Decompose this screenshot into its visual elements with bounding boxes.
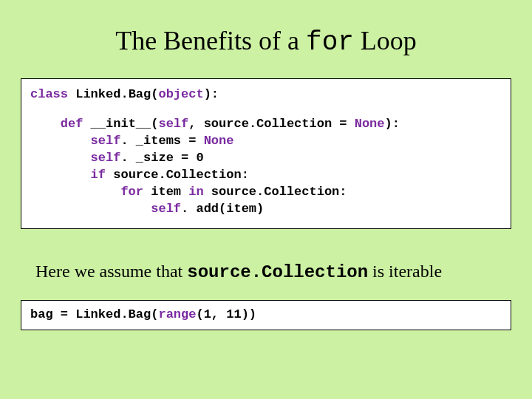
code-kw-self: self [30,151,120,165]
code-kw-object: object [158,87,203,101]
code-kw-if: if [30,168,106,182]
code-kw-range: range [158,307,196,321]
code-text: __init__( [83,117,158,131]
code-text: . _items = [120,134,203,148]
caption-mono: source.Collection [187,262,368,282]
code-kw-none: None [355,117,385,131]
caption-post: is iterable [368,262,442,281]
title-keyword: for [306,27,354,58]
code-text: , source.Collection = [188,117,354,131]
code-kw-for: for [30,185,143,199]
code-text: (1, 11)) [196,307,256,321]
slide-title: The Benefits of a for Loop [0,25,532,58]
code-text: item [143,185,188,199]
code-kw-in: in [188,185,203,199]
code-kw-none: None [204,134,234,148]
code-block-main: class Linked.Bag(object): def __init__(s… [21,78,511,229]
code-text: . add(item) [181,202,264,216]
caption-text: Here we assume that source.Collection is… [35,262,497,282]
code-text: . _size = 0 [120,151,203,165]
code-text: source.Collection: [204,185,347,199]
code-kw-self: self [30,134,120,148]
code-block-usage: bag = Linked.Bag(range(1, 11)) [21,300,511,330]
caption-pre: Here we assume that [35,262,187,281]
code-kw-class: class [30,87,68,101]
code-text: Linked.Bag( [68,87,158,101]
code-kw-def: def [30,117,83,131]
code-text: ): [204,87,219,101]
code-kw-self: self [30,202,181,216]
code-kw-self: self [158,117,188,131]
code-text: ): [385,117,400,131]
code-text: source.Collection: [106,168,249,182]
title-pre: The Benefits of a [115,26,306,55]
code-text: bag = Linked.Bag( [30,307,158,321]
title-post: Loop [354,26,417,55]
